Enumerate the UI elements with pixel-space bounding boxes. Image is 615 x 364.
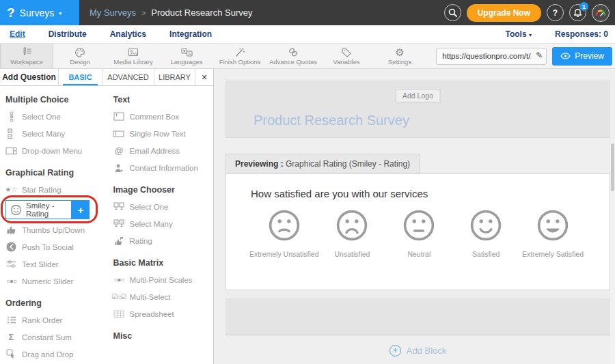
tab-analytics[interactable]: Analytics xyxy=(110,29,146,39)
question-type-drag-and-drop[interactable]: Drag and Drop xyxy=(5,346,113,363)
question-type-smiley-rating: Smiley - Rating + xyxy=(5,199,113,220)
toolbar-variables-button[interactable]: Variables xyxy=(320,44,373,68)
question-type-spreadsheet[interactable]: Spreadsheet xyxy=(113,305,213,322)
question-type-text-slider[interactable]: Text Slider xyxy=(5,255,113,272)
scrollbar-thumb[interactable] xyxy=(611,143,614,191)
tab-distribute[interactable]: Distribute xyxy=(49,29,87,39)
tools-dropdown[interactable]: Tools ▾ xyxy=(506,29,532,39)
toolbar-workspace-button[interactable]: Workspace xyxy=(0,44,53,68)
magic-wand-icon xyxy=(234,47,245,57)
section-multiple-choice: Multiple Choice xyxy=(5,95,113,104)
toolbar-settings-button[interactable]: ⚙ Settings xyxy=(373,44,426,68)
help-button[interactable]: ? xyxy=(547,4,564,21)
multi-point-icon: ○●○ xyxy=(113,276,124,283)
chevron-down-icon: ▾ xyxy=(59,10,62,16)
search-button[interactable] xyxy=(444,4,461,21)
question-type-select-one[interactable]: Select One xyxy=(5,108,113,125)
tab-advanced[interactable]: ADVANCED xyxy=(102,69,154,85)
upgrade-now-button[interactable]: Upgrade Now xyxy=(467,4,541,22)
top-navigation-bar: ? Surveys ▾ My Surveys > Product Researc… xyxy=(0,0,615,25)
panel-tabs: Add Question BASIC ADVANCED LIBRARY ✕ xyxy=(0,69,213,86)
question-type-numeric-slider[interactable]: ○●○ Numeric Slider xyxy=(5,272,113,290)
block-spacer xyxy=(226,290,610,298)
menubar-right: Tools ▾ Responses: 0 xyxy=(506,29,609,39)
add-logo-button[interactable]: Add Logo xyxy=(395,89,441,102)
tab-edit[interactable]: Edit xyxy=(10,29,25,39)
notification-badge: 1 xyxy=(579,2,588,11)
breadcrumb: My Surveys > Product Research Survey xyxy=(90,8,252,18)
add-smiley-question-button[interactable]: + xyxy=(72,200,90,219)
toolbar-languages-button[interactable]: A Languages xyxy=(160,44,213,68)
section-image-chooser: Image Chooser xyxy=(113,185,213,195)
breadcrumb-separator: > xyxy=(141,9,146,17)
question-type-multi-select[interactable]: ☑○☑ Multi-Select xyxy=(113,288,213,305)
question-type-thumbs-up-down[interactable]: Thumbs Up/Down xyxy=(5,221,113,238)
question-type-star-rating[interactable]: ★☆ Star Rating xyxy=(5,181,113,198)
breadcrumb-my-surveys[interactable]: My Surveys xyxy=(90,8,136,18)
smiley-option-satisfied[interactable]: Satisfied xyxy=(452,209,519,258)
survey-url-input[interactable] xyxy=(436,48,547,65)
edit-url-icon[interactable]: ✎ xyxy=(536,51,543,60)
survey-title[interactable]: Product Research Survey xyxy=(254,113,409,128)
search-icon xyxy=(448,8,457,17)
question-type-image-select-many[interactable]: Select Many xyxy=(113,215,213,232)
single-row-text-icon xyxy=(113,130,124,137)
empty-survey-block xyxy=(226,298,610,335)
chevron-down-icon: ▾ xyxy=(529,32,532,38)
question-text: How satisfied are you with our services xyxy=(226,174,610,199)
toolbar-advance-quotas-button[interactable]: Advance Quotas xyxy=(266,44,320,68)
image-select-one-icon xyxy=(113,202,124,211)
smiley-option-extremely-satisfied[interactable]: Extremely Satisfied xyxy=(519,209,586,258)
smiley-option-unsatisfied[interactable]: Unsatisfied xyxy=(319,209,386,258)
question-type-list: Multiple Choice Select One Select Many D… xyxy=(0,86,213,363)
question-type-contact-information[interactable]: Contact Information xyxy=(113,159,213,176)
surveys-product-menu[interactable]: ? Surveys ▾ xyxy=(0,0,79,25)
share-icon xyxy=(5,242,17,252)
question-preview-card[interactable]: How satisfied are you with our services … xyxy=(226,173,610,290)
user-avatar[interactable] xyxy=(592,4,610,22)
canvas-scrollbar[interactable] xyxy=(610,138,615,364)
thumbs-icon xyxy=(5,225,17,235)
question-type-dropdown-menu[interactable]: Drop-down Menu xyxy=(5,142,113,159)
question-type-single-row-text[interactable]: Single Row Text xyxy=(113,125,213,142)
question-type-constant-sum[interactable]: Σ Constant Sum xyxy=(5,328,113,346)
question-type-comment-box[interactable]: Comment Box xyxy=(113,108,213,125)
tab-integration[interactable]: Integration xyxy=(169,29,212,39)
question-type-select-many[interactable]: Select Many xyxy=(5,125,113,142)
smiley-unsatisfied-icon xyxy=(336,209,368,242)
tab-library[interactable]: LIBRARY xyxy=(154,69,195,85)
close-panel-button[interactable]: ✕ xyxy=(195,69,213,85)
smiley-rating-item[interactable]: Smiley - Rating xyxy=(5,200,72,219)
question-type-multi-point-scales[interactable]: ○●○ Multi-Point Scales xyxy=(113,271,213,288)
sigma-icon: Σ xyxy=(5,332,17,342)
question-type-push-to-social[interactable]: Push To Social xyxy=(5,238,113,255)
topbar-actions: Upgrade Now ? 1 xyxy=(444,4,615,22)
gauge-avatar-icon xyxy=(594,7,607,19)
section-misc: Misc xyxy=(113,331,213,341)
tab-basic[interactable]: BASIC xyxy=(59,69,102,85)
smiley-neutral-icon xyxy=(402,209,435,242)
smiley-icon xyxy=(10,204,22,216)
question-type-email-address[interactable]: @ Email Address xyxy=(113,142,213,159)
rank-order-icon xyxy=(5,316,17,324)
panel-column-1: Multiple Choice Select One Select Many D… xyxy=(5,86,113,363)
toolbar-design-button[interactable]: Design xyxy=(53,44,107,68)
chain-links-icon xyxy=(288,47,299,57)
smiley-option-neutral[interactable]: Neutral xyxy=(385,209,452,258)
radio-stack-icon xyxy=(5,111,17,122)
at-sign-icon: @ xyxy=(113,145,124,156)
help-icon: ? xyxy=(553,8,558,18)
toolbar-finish-options-button[interactable]: Finish Options xyxy=(213,44,266,68)
notifications-button[interactable]: 1 xyxy=(569,4,586,21)
responses-count[interactable]: Responses: 0 xyxy=(555,29,608,39)
preview-button[interactable]: Preview xyxy=(552,47,612,66)
question-type-rank-order[interactable]: Rank Order xyxy=(5,311,113,328)
question-type-image-select-one[interactable]: Select One xyxy=(113,198,213,215)
add-question-panel: Add Question BASIC ADVANCED LIBRARY ✕ Mu… xyxy=(0,69,214,364)
section-ordering: Ordering xyxy=(5,298,113,308)
questionpro-survey-editor: ? Surveys ▾ My Surveys > Product Researc… xyxy=(0,0,615,364)
question-type-image-rating[interactable]: Rating xyxy=(113,232,213,249)
toolbar-media-library-button[interactable]: Media Library xyxy=(107,44,160,68)
smiley-option-extremely-unsatisfied[interactable]: Extremely Unsatisfied xyxy=(249,209,319,258)
add-block-button[interactable]: + Add Block xyxy=(226,335,610,364)
